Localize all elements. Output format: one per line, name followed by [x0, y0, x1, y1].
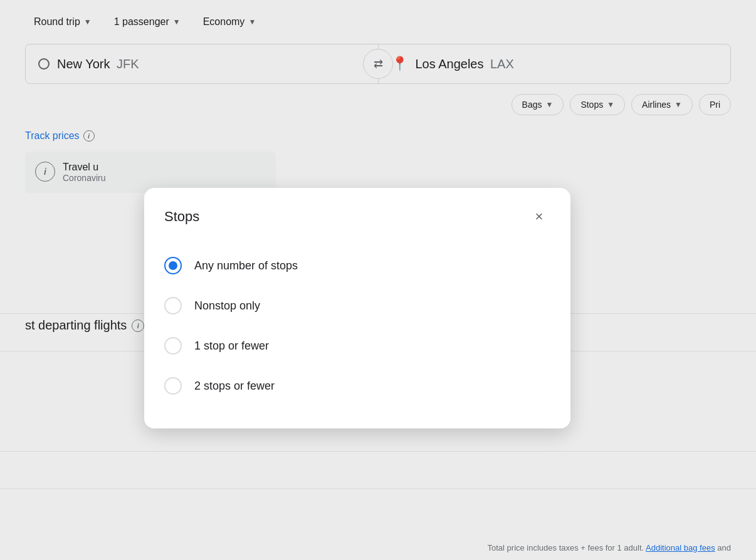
stops-option-3[interactable]: 2 stops or fewer — [164, 366, 550, 406]
stops-option-1[interactable]: Nonstop only — [164, 286, 550, 326]
radio-outer-2 — [164, 337, 182, 355]
radio-outer-0 — [164, 257, 182, 274]
radio-outer-3 — [164, 377, 182, 395]
stops-modal: Stops × Any number of stopsNonstop only1… — [144, 188, 570, 428]
radio-label-3: 2 stops or fewer — [194, 380, 275, 393]
stops-option-2[interactable]: 1 stop or fewer — [164, 326, 550, 366]
radio-outer-1 — [164, 297, 182, 314]
stops-option-0[interactable]: Any number of stops — [164, 246, 550, 286]
radio-label-2: 1 stop or fewer — [194, 340, 269, 353]
modal-close-button[interactable]: × — [528, 205, 550, 228]
radio-label-0: Any number of stops — [194, 259, 298, 272]
radio-inner-0 — [169, 261, 177, 270]
modal-header: Stops × — [164, 205, 550, 228]
radio-label-1: Nonstop only — [194, 299, 260, 313]
stops-options-list: Any number of stopsNonstop only1 stop or… — [164, 246, 550, 406]
modal-title: Stops — [164, 209, 199, 225]
close-icon: × — [535, 209, 543, 225]
